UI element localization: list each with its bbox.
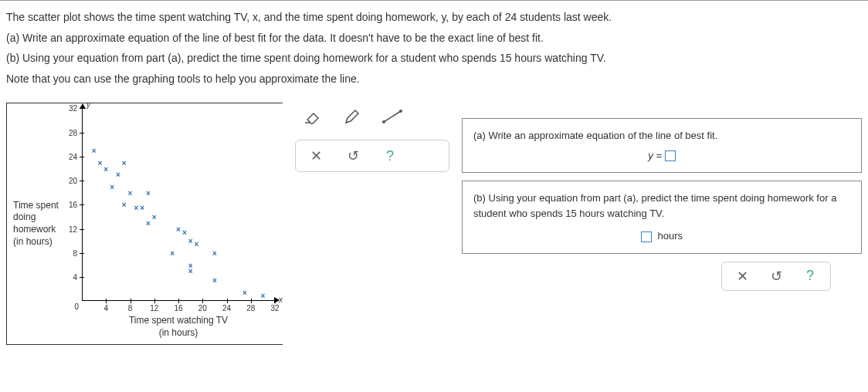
answer-a-prompt: (a) Write an approximate equation of the…: [473, 128, 850, 144]
data-point: ×: [122, 158, 127, 167]
y-tick-label: 24: [69, 152, 77, 161]
y-tick: [80, 253, 84, 254]
data-point: ×: [182, 228, 187, 236]
problem-statement: The scatter plot shows the time spent wa…: [0, 0, 868, 98]
hours-unit: hours: [658, 230, 683, 242]
y-tick-label: 8: [73, 248, 77, 257]
problem-note: Note that you can use the graphing tools…: [6, 69, 862, 90]
y-tick: [80, 181, 84, 181]
answer-box-b: (b) Using your equation from part (a), p…: [462, 181, 862, 254]
control-row-answers: ✕ ↺ ?: [721, 262, 831, 291]
x-tick: [106, 299, 107, 303]
problem-part-a: (a) Write an approximate equation of the…: [6, 28, 862, 49]
data-point: ×: [116, 171, 120, 179]
data-point: ×: [188, 237, 193, 245]
scatter-plot[interactable]: y x 0 4488121216162020242428283232××××××…: [82, 108, 275, 301]
x-tick: [275, 299, 276, 303]
x-var-label: x: [279, 296, 283, 304]
clear-answers-button[interactable]: ✕: [734, 269, 750, 284]
data-point: ×: [128, 188, 133, 197]
x-tick: [154, 299, 155, 303]
reset-answers-button[interactable]: ↺: [768, 269, 784, 284]
data-point: ×: [146, 218, 151, 227]
x-tick-label: 24: [222, 304, 231, 313]
data-point: ×: [170, 248, 175, 257]
data-point: ×: [98, 158, 103, 167]
x-tick-label: 8: [128, 304, 133, 313]
x-tick-label: 4: [103, 304, 108, 313]
hours-input[interactable]: [641, 231, 652, 242]
data-point: ×: [188, 267, 193, 275]
data-point: ×: [134, 204, 138, 212]
x-tick: [131, 299, 131, 303]
control-row-chart: ✕ ↺ ?: [295, 140, 449, 172]
equation-input[interactable]: [665, 150, 676, 161]
y-tick-label: 20: [69, 177, 77, 185]
data-point: ×: [195, 240, 199, 248]
y-tick: [80, 133, 84, 133]
svg-point-1: [382, 120, 385, 123]
svg-line-0: [384, 111, 401, 122]
y-tick-label: 28: [69, 128, 77, 137]
data-point: ×: [212, 248, 217, 257]
x-tick-label: 28: [246, 304, 255, 313]
y-tick-label: 4: [73, 273, 77, 282]
x-tick-label: 20: [198, 304, 207, 313]
x-tick-label: 32: [270, 304, 279, 313]
eraser-tool[interactable]: [301, 106, 323, 127]
x-tick: [251, 299, 252, 303]
svg-point-2: [399, 110, 402, 113]
y-axis-label: Time spent doing homework (in hours): [13, 108, 79, 339]
x-axis-label: Time spent watching TV (in hours): [82, 315, 275, 339]
help-button[interactable]: ?: [382, 148, 398, 164]
y-tick: [80, 204, 84, 205]
tool-column: ✕ ↺ ?: [295, 103, 449, 344]
x-tick: [202, 299, 203, 303]
reset-button[interactable]: ↺: [345, 148, 361, 164]
problem-part-b: (b) Using your equation from part (a), p…: [6, 48, 862, 69]
clear-button[interactable]: ✕: [308, 148, 324, 164]
data-point: ×: [260, 291, 265, 299]
data-point: ×: [140, 204, 144, 212]
y-tick-label: 32: [69, 104, 77, 113]
y-tick: [80, 277, 84, 278]
data-point: ×: [212, 276, 217, 285]
x-tick-label: 12: [150, 304, 158, 313]
data-point: ×: [110, 182, 114, 191]
drawing-tools: [295, 103, 449, 130]
origin-label: 0: [74, 302, 79, 311]
data-point: ×: [146, 188, 151, 197]
y-tick: [80, 229, 84, 230]
help-answers-button[interactable]: ?: [802, 269, 818, 284]
y-tick-label: 12: [69, 225, 77, 233]
x-tick: [227, 299, 228, 303]
y-var-label: y: [86, 100, 90, 109]
data-point: ×: [242, 288, 247, 296]
x-tick-label: 16: [174, 304, 182, 313]
line-tool[interactable]: [381, 106, 403, 127]
y-tick: [80, 108, 84, 109]
equation-line: y =: [473, 148, 850, 164]
data-point: ×: [176, 225, 181, 233]
problem-intro: The scatter plot shows the time spent wa…: [6, 7, 862, 28]
data-point: ×: [92, 147, 97, 155]
data-point: ×: [122, 201, 127, 209]
y-tick: [80, 157, 84, 157]
chart-panel: Time spent doing homework (in hours) y x…: [6, 103, 283, 344]
y-tick-label: 16: [69, 201, 77, 209]
x-tick: [178, 299, 179, 303]
answer-column: (a) Write an approximate equation of the…: [462, 103, 862, 344]
answer-b-prompt: (b) Using your equation from part (a), p…: [473, 191, 850, 221]
answer-box-a: (a) Write an approximate equation of the…: [462, 118, 862, 173]
data-point: ×: [152, 213, 157, 221]
eq-left: y =: [648, 150, 662, 161]
data-point: ×: [103, 164, 108, 173]
pencil-tool[interactable]: [341, 106, 363, 127]
